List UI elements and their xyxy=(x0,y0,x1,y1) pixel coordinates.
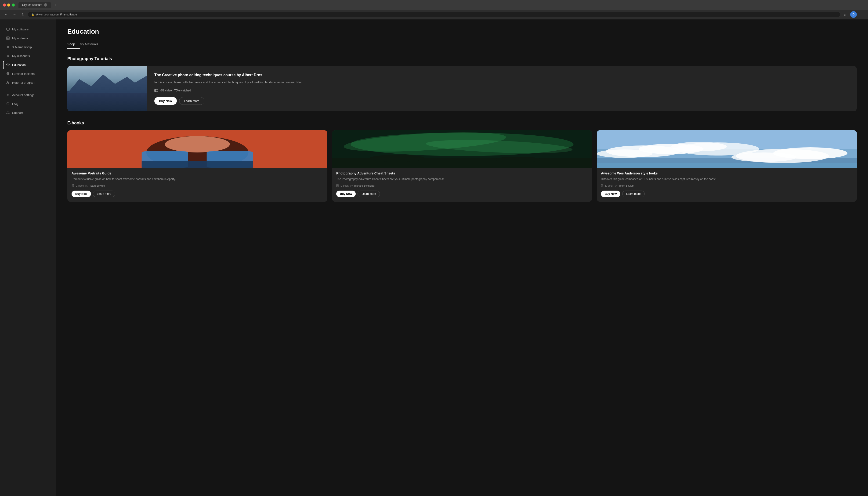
svg-point-58 xyxy=(671,142,727,151)
featured-learn-more-button[interactable]: Learn more xyxy=(179,97,204,105)
ebook-author-adventure: Richard Schneider xyxy=(354,184,375,187)
svg-rect-6 xyxy=(8,38,9,40)
ebook-card-wes-anderson: Awesome Wes Anderson style looks Discove… xyxy=(597,130,857,202)
browser-tab[interactable]: Skylum Account ✕ xyxy=(18,2,51,8)
menu-button[interactable]: ⋮ xyxy=(859,11,865,18)
ebook-title-portraits: Awesome Portraits Guide xyxy=(72,171,323,175)
bookmark-button[interactable]: ☆ xyxy=(842,11,848,18)
ebook-image-clouds xyxy=(597,130,857,168)
ebook-learn-more-wes-anderson[interactable]: Learn more xyxy=(622,190,645,197)
book-icon xyxy=(72,184,74,187)
sidebar-label-account-settings: Account settings xyxy=(12,93,34,97)
forward-button[interactable]: → xyxy=(11,11,18,18)
ebook-by-portraits: by xyxy=(85,184,88,187)
svg-rect-36 xyxy=(142,161,253,168)
sidebar-nav: My software My add-ons X Membership My d… xyxy=(0,25,56,117)
book-icon-wes-anderson xyxy=(601,184,604,187)
ebook-image-portrait xyxy=(67,130,327,168)
tabs-container: Shop My Materials xyxy=(67,40,857,49)
ebook-type-wes-anderson: E-book xyxy=(605,184,613,187)
browser-chrome: Skylum Account ✕ + ← → ↻ 🔒 skylum.com/ac… xyxy=(0,0,868,19)
svg-point-9 xyxy=(7,55,8,56)
sidebar-item-my-add-ons[interactable]: My add-ons xyxy=(3,34,53,42)
video-count: 6/8 video xyxy=(160,89,172,92)
user-plus-icon xyxy=(6,81,10,84)
tab-shop[interactable]: Shop xyxy=(67,40,80,49)
sidebar-divider xyxy=(6,89,50,89)
new-tab-button[interactable]: + xyxy=(53,2,59,8)
sidebar-item-account-settings[interactable]: Account settings xyxy=(3,91,53,99)
sidebar-item-x-membership[interactable]: X Membership xyxy=(3,43,53,51)
featured-course-title: The Creative photo editing techniques co… xyxy=(154,73,849,78)
browser-titlebar: Skylum Account ✕ + xyxy=(0,0,868,10)
sidebar-item-education[interactable]: Education xyxy=(3,61,53,69)
gear-icon xyxy=(6,93,10,97)
svg-rect-0 xyxy=(6,28,9,30)
sidebar-label-my-discounts: My discounts xyxy=(12,54,30,58)
svg-point-10 xyxy=(9,56,9,57)
ebook-meta-portraits: E-book by Team Skylum xyxy=(72,184,323,187)
featured-course-image xyxy=(67,66,147,111)
svg-rect-3 xyxy=(6,37,8,38)
ebook-title-wes-anderson: Awesome Wes Anderson style looks xyxy=(601,171,853,175)
svg-point-16 xyxy=(7,81,8,82)
featured-course-content: The Creative photo editing techniques co… xyxy=(147,66,857,111)
ebook-author-wes-anderson: Team Skylum xyxy=(619,184,634,187)
close-traffic-light[interactable] xyxy=(3,3,6,6)
svg-point-19 xyxy=(7,94,9,95)
ebook-by-adventure: by xyxy=(350,184,353,187)
film-icon xyxy=(154,89,158,92)
svg-rect-59 xyxy=(597,163,857,168)
ebook-actions-wes-anderson: Buy Now Learn more xyxy=(601,190,853,197)
grid-icon xyxy=(6,36,10,40)
traffic-lights xyxy=(3,3,15,6)
featured-course-actions: Buy Now Learn more xyxy=(154,97,849,105)
book-icon-adventure xyxy=(336,184,339,187)
ebook-desc-adventure: The Photography Adventure Cheat Sheets a… xyxy=(336,177,588,181)
ebook-buy-adventure[interactable]: Buy Now xyxy=(336,190,356,197)
user-avatar-button[interactable]: D xyxy=(850,11,857,18)
ebook-image-aurora xyxy=(332,130,592,168)
ebook-learn-more-portraits[interactable]: Learn more xyxy=(93,190,115,197)
ebook-body-adventure: Photography Adventure Cheat Sheets The P… xyxy=(332,168,592,202)
maximize-traffic-light[interactable] xyxy=(12,3,15,6)
ebook-meta-wes-anderson: E-book by Team Skylum xyxy=(601,184,853,187)
ebook-actions-portraits: Buy Now Learn more xyxy=(72,190,323,197)
ebook-desc-wes-anderson: Discover this guide composed of 10 sunse… xyxy=(601,177,853,181)
page-title: Education xyxy=(67,28,857,35)
sidebar-item-support[interactable]: Support xyxy=(3,109,53,117)
refresh-button[interactable]: ↻ xyxy=(20,11,26,18)
back-button[interactable]: ← xyxy=(3,11,9,18)
ebook-title-adventure: Photography Adventure Cheat Sheets xyxy=(336,171,588,175)
sidebar-item-referral-program[interactable]: Referral program xyxy=(3,78,53,87)
sidebar-label-my-software: My software xyxy=(12,28,29,31)
ebook-card-portraits: Awesome Portraits Guide Red our exclusiv… xyxy=(67,130,327,202)
x-icon xyxy=(6,45,10,49)
sidebar-label-referral-program: Referral program xyxy=(12,81,35,84)
address-bar[interactable]: 🔒 skylum.com/account/my-software xyxy=(28,12,840,17)
ebook-buy-portraits[interactable]: Buy Now xyxy=(72,190,91,197)
sidebar-item-my-discounts[interactable]: My discounts xyxy=(3,52,53,60)
globe-icon xyxy=(6,72,10,76)
headphones-icon xyxy=(6,111,10,114)
ebook-type-portraits: E-book xyxy=(76,184,84,187)
tab-close-button[interactable]: ✕ xyxy=(44,3,47,6)
ebook-learn-more-adventure[interactable]: Learn more xyxy=(358,190,380,197)
ebook-by-wes-anderson: by xyxy=(615,184,618,187)
ebook-buy-wes-anderson[interactable]: Buy Now xyxy=(601,190,620,197)
browser-toolbar: ← → ↻ 🔒 skylum.com/account/my-software ☆… xyxy=(0,10,868,19)
monitor-icon xyxy=(6,27,10,31)
url-display: skylum.com/account/my-software xyxy=(35,13,77,16)
ebook-author-portraits: Team Skylum xyxy=(89,184,105,187)
main-content: Education Shop My Materials Photography … xyxy=(56,19,868,496)
ebook-card-adventure: Photography Adventure Cheat Sheets The P… xyxy=(332,130,592,202)
featured-buy-now-button[interactable]: Buy Now xyxy=(154,97,177,105)
ebook-actions-adventure: Buy Now Learn more xyxy=(336,190,588,197)
svg-rect-23 xyxy=(9,113,9,114)
tab-my-materials[interactable]: My Materials xyxy=(80,40,103,49)
sidebar-item-faq[interactable]: ? FAQ xyxy=(3,99,53,108)
sidebar-item-luminar-insiders[interactable]: Luminar Insiders xyxy=(3,69,53,78)
ebook-meta-adventure: E-book by Richard Schneider xyxy=(336,184,588,187)
sidebar-item-my-software[interactable]: My software xyxy=(3,25,53,33)
minimize-traffic-light[interactable] xyxy=(7,3,10,6)
